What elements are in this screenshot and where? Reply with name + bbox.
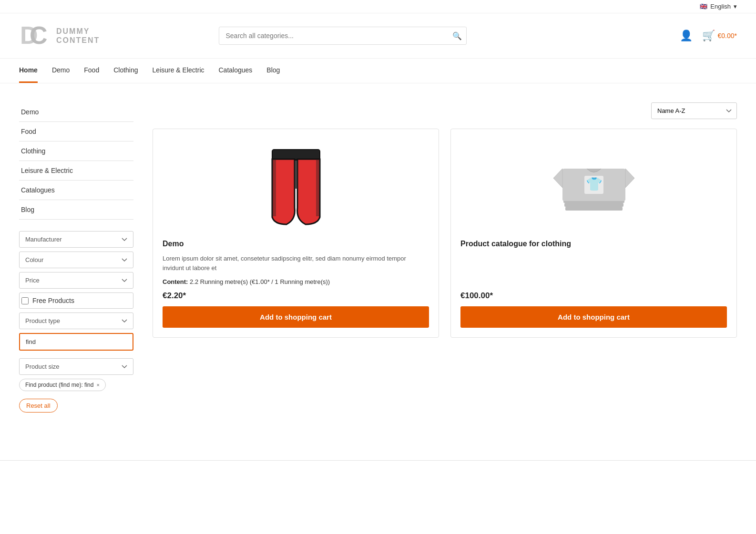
sidebar-item-clothing[interactable]: Clothing xyxy=(19,141,133,161)
free-products-filter[interactable]: Free Products xyxy=(19,292,133,309)
add-to-cart-demo[interactable]: Add to shopping cart xyxy=(163,306,429,328)
reset-all-button[interactable]: Reset all xyxy=(19,399,58,413)
search-button[interactable]: 🔍 xyxy=(452,31,462,40)
products-header: Name A-Z Name Z-A Price ascending Price … xyxy=(153,102,737,119)
product-size-filter[interactable]: Product size xyxy=(19,358,133,375)
sidebar-item-demo[interactable]: Demo xyxy=(19,102,133,122)
nav-demo[interactable]: Demo xyxy=(52,59,70,83)
product-size-select[interactable]: Product size xyxy=(19,358,133,375)
product-type-filter[interactable]: Product type xyxy=(19,312,133,329)
product-image-demo xyxy=(163,139,429,234)
sidebar-item-leisure[interactable]: Leisure & Electric xyxy=(19,161,133,181)
shirt-illustration: 👕 xyxy=(551,145,637,228)
footer xyxy=(0,460,756,480)
content-label: Content: xyxy=(163,278,188,285)
manufacturer-select[interactable]: Manufacturer xyxy=(19,231,133,248)
svg-rect-5 xyxy=(316,159,320,216)
flag-icon: 🇬🇧 xyxy=(700,3,707,10)
cart-price: €0.00* xyxy=(718,32,737,40)
product-card-demo: Demo Lorem ipsum dolor sit amet, consete… xyxy=(153,129,439,338)
nav-blog[interactable]: Blog xyxy=(266,59,280,83)
nav-clothing[interactable]: Clothing xyxy=(113,59,138,83)
active-filter-tag-container: Find product (find me): find × xyxy=(19,379,133,395)
nav-leisure[interactable]: Leisure & Electric xyxy=(153,59,204,83)
sort-select[interactable]: Name A-Z Name Z-A Price ascending Price … xyxy=(651,102,737,119)
sidebar-item-catalogues[interactable]: Catalogues xyxy=(19,181,133,200)
nav-food[interactable]: Food xyxy=(84,59,99,83)
language-selector[interactable]: 🇬🇧 English ▾ xyxy=(700,3,737,10)
cart-icon: 🛒 xyxy=(702,30,715,42)
products-grid: Demo Lorem ipsum dolor sit amet, consete… xyxy=(153,129,737,338)
product-desc-demo: Lorem ipsum dolor sit amet, consetetur s… xyxy=(163,254,429,272)
svg-rect-4 xyxy=(272,159,276,216)
svg-text:C: C xyxy=(30,21,47,47)
product-content-demo: Content: 2.2 Running metre(s) (€1.00* / … xyxy=(163,278,429,285)
main-content: Demo Food Clothing Leisure & Electric Ca… xyxy=(0,83,756,432)
account-icon[interactable]: 👤 xyxy=(680,30,693,42)
header: D C DUMMY CONTENT 🔍 👤 🛒 €0.00* xyxy=(0,13,756,59)
content-value: 2.2 Running metre(s) (€1.00* / 1 Running… xyxy=(190,278,330,285)
product-card-catalogue: 👕 Product catalogue for clothing €100.00… xyxy=(450,129,737,338)
product-type-select[interactable]: Product type xyxy=(19,312,133,329)
logo-dc-letters: D C xyxy=(19,21,52,50)
chevron-down-icon: ▾ xyxy=(734,3,737,10)
header-actions: 👤 🛒 €0.00* xyxy=(680,30,737,42)
free-products-label: Free Products xyxy=(32,297,74,304)
svg-rect-6 xyxy=(565,207,623,211)
price-filter[interactable]: Price xyxy=(19,272,133,289)
find-filter-tag-label: Find product (find me): find xyxy=(25,382,93,388)
svg-rect-7 xyxy=(564,203,623,207)
products-area: Name A-Z Name Z-A Price ascending Price … xyxy=(153,102,737,413)
nav-home[interactable]: Home xyxy=(19,59,38,83)
free-products-checkbox[interactable] xyxy=(21,297,29,304)
search-input[interactable] xyxy=(219,27,467,45)
find-filter[interactable] xyxy=(19,333,133,354)
logo[interactable]: D C DUMMY CONTENT xyxy=(19,21,105,50)
main-nav: Home Demo Food Clothing Leisure & Electr… xyxy=(0,59,756,83)
remove-filter-icon[interactable]: × xyxy=(96,382,99,388)
sidebar: Demo Food Clothing Leisure & Electric Ca… xyxy=(19,102,133,413)
search-bar[interactable]: 🔍 xyxy=(219,27,467,45)
price-select[interactable]: Price xyxy=(19,272,133,289)
add-to-cart-catalogue[interactable]: Add to shopping cart xyxy=(460,306,727,328)
sidebar-menu: Demo Food Clothing Leisure & Electric Ca… xyxy=(19,102,133,220)
language-label: English xyxy=(710,3,731,10)
find-filter-tag: Find product (find me): find × xyxy=(19,379,106,391)
product-image-catalogue: 👕 xyxy=(460,139,727,234)
product-price-catalogue: €100.00* xyxy=(460,291,727,301)
svg-text:👕: 👕 xyxy=(585,176,602,192)
product-title-catalogue: Product catalogue for clothing xyxy=(460,240,727,248)
sidebar-item-food[interactable]: Food xyxy=(19,122,133,141)
product-title-demo: Demo xyxy=(163,240,429,248)
nav-catalogues[interactable]: Catalogues xyxy=(219,59,253,83)
top-bar: 🇬🇧 English ▾ xyxy=(0,0,756,13)
sidebar-item-blog[interactable]: Blog xyxy=(19,200,133,220)
colour-select[interactable]: Colour xyxy=(19,252,133,268)
logo-text: DUMMY CONTENT xyxy=(56,27,100,45)
product-price-demo: €2.20* xyxy=(163,291,429,301)
pants-illustration xyxy=(265,146,327,227)
cart-button[interactable]: 🛒 €0.00* xyxy=(702,30,737,42)
manufacturer-filter[interactable]: Manufacturer xyxy=(19,231,133,248)
colour-filter[interactable]: Colour xyxy=(19,252,133,268)
find-input[interactable] xyxy=(19,333,133,351)
